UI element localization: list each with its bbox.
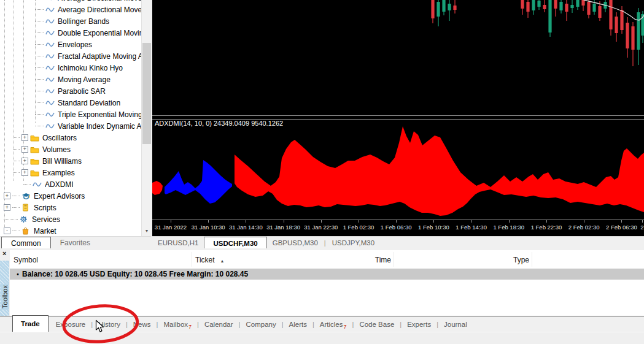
wave-icon xyxy=(45,123,55,129)
tab-code-base[interactable]: Code Base xyxy=(355,321,398,328)
tree-item-variable-index-dynamic-av[interactable]: Variable Index Dynamic Av xyxy=(0,120,141,132)
market-icon xyxy=(21,227,31,235)
expand-icon[interactable]: + xyxy=(4,193,10,199)
tab-gbpusd-m30[interactable]: GBPUSD,M30 xyxy=(267,237,324,249)
indicator-pane[interactable]: ADXDMI(14, 10, 0) 24349.0409 9540.1262 xyxy=(152,118,644,220)
tab-favorites[interactable]: Favorites xyxy=(51,237,99,249)
axis-label: 1 Feb 22:30 xyxy=(527,224,566,231)
tree-item-adxdmi[interactable]: ADXDMI xyxy=(0,178,141,190)
tab-experts[interactable]: Experts xyxy=(403,321,435,328)
wave-icon xyxy=(45,76,55,83)
tab-news[interactable]: News xyxy=(130,321,155,328)
scrollbar-thumb[interactable] xyxy=(142,43,151,144)
axis-label: 31 Jan 10:30 xyxy=(188,224,228,231)
scrollbar-down-icon[interactable]: ▾ xyxy=(142,227,152,236)
expand-icon[interactable]: + xyxy=(21,158,28,164)
axis-tick xyxy=(433,220,434,223)
tree-item-fractal-adaptive-moving-a[interactable]: Fractal Adaptive Moving A xyxy=(0,50,141,62)
tab-separator: | xyxy=(237,321,242,328)
ea-icon xyxy=(21,193,31,200)
wave-icon xyxy=(45,111,55,118)
tree-item-triple-exponential-moving[interactable]: Triple Exponential Moving xyxy=(0,109,141,120)
toolbox-tabs: TradeExposure|History|News|Mailbox7|Cale… xyxy=(0,316,644,332)
tree-item-label: Envelopes xyxy=(58,40,92,49)
expand-icon[interactable]: + xyxy=(21,134,28,141)
axis-tick xyxy=(171,220,171,223)
wave-icon xyxy=(45,53,55,59)
tree-item-oscillators[interactable]: +Oscillators xyxy=(0,132,141,143)
tab-mailbox[interactable]: Mailbox7 xyxy=(160,321,195,328)
tree-item-label: Examples xyxy=(42,169,75,177)
column-symbol[interactable]: Symbol xyxy=(14,256,38,264)
axis-label: 2 Feb 02:30 xyxy=(564,224,603,231)
tree-item-scripts[interactable]: +Scripts xyxy=(0,202,141,213)
tab-separator: | xyxy=(155,321,160,328)
tree-connector xyxy=(14,149,20,150)
tree-item-double-exponential-movin[interactable]: Double Exponential Movin xyxy=(0,27,141,39)
tab-journal[interactable]: Journal xyxy=(440,321,471,328)
tab-trade[interactable]: Trade xyxy=(12,315,48,332)
tree-item-envelopes[interactable]: Envelopes xyxy=(0,39,141,50)
tree-item-parabolic-sar[interactable]: Parabolic SAR xyxy=(0,85,141,97)
axis-tick xyxy=(284,220,284,223)
collapse-icon[interactable]: - xyxy=(4,227,10,234)
column-type[interactable]: Type xyxy=(483,256,529,264)
balance-row[interactable]: • Balance: 10 028.45 USD Equity: 10 028.… xyxy=(10,269,644,280)
tree-item-label: Ichimoku Kinko Hyo xyxy=(58,64,123,72)
tree-item-bill-williams[interactable]: +Bill Williams xyxy=(0,155,141,167)
expand-icon[interactable]: + xyxy=(21,169,28,176)
tree-item-examples[interactable]: +Examples xyxy=(0,167,141,178)
tree-item-volumes[interactable]: +Volumes xyxy=(0,143,141,155)
wave-icon xyxy=(45,64,55,71)
navigator-tree: Average Directional MoveAverage Directio… xyxy=(0,0,141,236)
column-ticket[interactable]: Ticket▲ xyxy=(195,256,225,264)
axis-label: 31 Jan 2022 xyxy=(151,224,190,231)
expand-icon[interactable]: + xyxy=(4,204,10,211)
tree-item-services[interactable]: Services xyxy=(0,213,141,225)
folder-icon xyxy=(30,134,40,142)
expand-icon[interactable]: + xyxy=(21,146,28,153)
column-time[interactable]: Time xyxy=(354,256,391,264)
tree-item-standard-deviation[interactable]: Standard Deviation xyxy=(0,97,141,109)
axis-tick xyxy=(208,220,209,223)
tab-eurusd-h1[interactable]: EURUSD,H1 xyxy=(152,237,204,249)
price-chart-pane[interactable] xyxy=(152,0,644,115)
tab-exposure[interactable]: Exposure xyxy=(52,321,90,328)
tab-alerts[interactable]: Alerts xyxy=(285,321,311,328)
axis-label: 1 Feb 02:30 xyxy=(339,224,378,231)
candlestick-chart xyxy=(152,0,644,115)
tree-item-average-directional-mover[interactable]: Average Directional Mover xyxy=(0,4,141,15)
tab-calendar[interactable]: Calendar xyxy=(201,321,237,328)
adx-indicator-plot xyxy=(152,118,644,220)
tab-separator: | xyxy=(195,321,201,328)
tab-usdjpy-m30[interactable]: USDJPY,M30 xyxy=(327,237,380,249)
tree-connector xyxy=(4,219,18,220)
tree-item-expert-advisors[interactable]: +Expert Advisors xyxy=(0,190,141,202)
tab-separator: | xyxy=(435,321,440,328)
tab-articles[interactable]: Articles7 xyxy=(316,321,351,328)
axis-tick xyxy=(509,220,510,223)
trade-columns-header: Symbol Ticket▲ Time Type xyxy=(10,250,644,269)
tree-item-ichimoku-kinko-hyo[interactable]: Ichimoku Kinko Hyo xyxy=(0,62,141,74)
tab-usdchf-m30[interactable]: USDCHF,M30 xyxy=(204,237,266,249)
tree-item-bollinger-bands[interactable]: Bollinger Bands xyxy=(0,15,141,27)
tree-item-moving-average[interactable]: Moving Average xyxy=(0,74,141,85)
close-icon[interactable]: × xyxy=(2,250,6,257)
column-divider xyxy=(394,252,394,267)
script-icon xyxy=(21,204,31,212)
chart-area: ADXDMI(14, 10, 0) 24349.0409 9540.1262 3… xyxy=(152,0,644,248)
unread-badge: 7 xyxy=(188,324,192,330)
axis-label: 1 Feb 14:30 xyxy=(452,224,491,231)
tree-item-market[interactable]: -Market xyxy=(0,225,141,236)
tab-history[interactable]: History xyxy=(95,321,124,328)
tree-item-label: Expert Advisors xyxy=(34,192,85,201)
column-divider xyxy=(192,252,192,267)
tab-common[interactable]: Common xyxy=(1,237,51,249)
axis-label: 1 Feb 18:30 xyxy=(489,224,529,231)
time-axis[interactable]: 31 Jan 202231 Jan 10:3031 Jan 14:3031 Ja… xyxy=(152,220,644,236)
tab-company[interactable]: Company xyxy=(242,321,279,328)
tree-scrollbar[interactable]: ▾ xyxy=(141,0,152,236)
tree-connector xyxy=(12,196,20,196)
axis-tick xyxy=(246,220,246,223)
axis-label: 31 Jan 14:30 xyxy=(226,224,265,231)
